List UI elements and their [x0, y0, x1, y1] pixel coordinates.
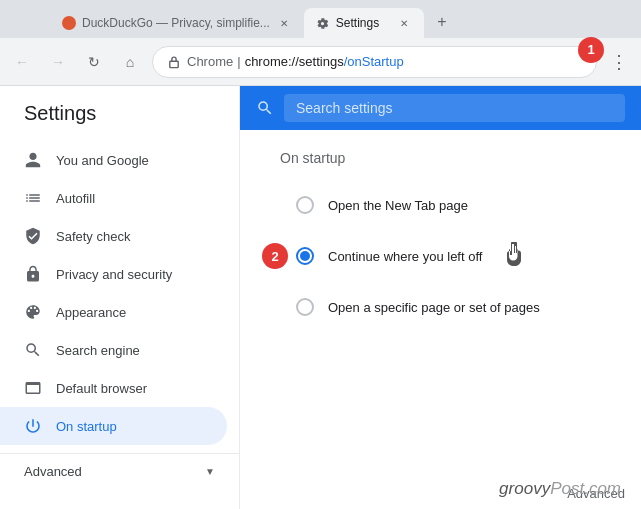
sidebar-item-safety-check[interactable]: Safety check	[0, 217, 227, 255]
url-path: /onStartup	[344, 54, 404, 69]
content-area: On startup Open the New Tab page 2 Conti…	[240, 86, 641, 509]
post-text: Post.com	[550, 479, 621, 498]
ddg-favicon-icon	[62, 16, 76, 30]
autofill-label: Autofill	[56, 191, 95, 206]
ddg-tab-close-icon[interactable]: ✕	[276, 15, 292, 31]
sidebar-item-privacy-security[interactable]: Privacy and security	[0, 255, 227, 293]
settings-tab-close-icon[interactable]: ✕	[396, 15, 412, 31]
search-icon	[256, 99, 274, 117]
menu-button[interactable]: ⋮	[605, 48, 633, 76]
option-specific-page[interactable]: Open a specific page or set of pages	[280, 284, 601, 330]
search-input[interactable]	[284, 94, 625, 122]
groovy-text: groovy	[499, 479, 550, 498]
url-text: Chrome | chrome://settings/onStartup	[187, 54, 404, 69]
url-bar[interactable]: Chrome | chrome://settings/onStartup 1	[152, 46, 597, 78]
sidebar-item-you-and-google[interactable]: You and Google	[0, 141, 227, 179]
radio-new-tab[interactable]	[296, 196, 314, 214]
shield-icon	[24, 227, 42, 245]
settings-gear-tab-icon	[316, 16, 330, 30]
reload-button[interactable]: ↻	[80, 48, 108, 76]
svg-point-0	[65, 19, 73, 27]
forward-button[interactable]: →	[44, 48, 72, 76]
you-and-google-label: You and Google	[56, 153, 149, 168]
search-engine-label: Search engine	[56, 343, 140, 358]
settings-tab-title: Settings	[336, 16, 390, 30]
tab-bar: DuckDuckGo — Privacy, simplifie... ✕ Set…	[0, 0, 641, 38]
sidebar: Settings You and Google Autofill Safety …	[0, 86, 240, 509]
lock-icon	[167, 55, 181, 69]
browser-icon	[24, 379, 42, 397]
sidebar-item-autofill[interactable]: Autofill	[0, 179, 227, 217]
palette-icon	[24, 303, 42, 321]
new-tab-button[interactable]: +	[428, 8, 456, 36]
appearance-label: Appearance	[56, 305, 126, 320]
main-content: Settings You and Google Autofill Safety …	[0, 86, 641, 509]
sidebar-item-on-startup[interactable]: On startup	[0, 407, 227, 445]
tab-ddg[interactable]: DuckDuckGo — Privacy, simplifie... ✕	[50, 8, 304, 38]
privacy-security-label: Privacy and security	[56, 267, 172, 282]
advanced-label: Advanced	[24, 464, 82, 479]
option-new-tab[interactable]: Open the New Tab page	[280, 182, 601, 228]
tab-settings[interactable]: Settings ✕	[304, 8, 424, 38]
options-list: Open the New Tab page 2 Continue where y…	[280, 182, 601, 330]
browser-frame: DuckDuckGo — Privacy, simplifie... ✕ Set…	[0, 0, 641, 509]
sidebar-item-appearance[interactable]: Appearance	[0, 293, 227, 331]
url-divider: |	[237, 54, 240, 69]
safety-check-label: Safety check	[56, 229, 130, 244]
settings-content: On startup Open the New Tab page 2 Conti…	[240, 130, 641, 478]
power-icon	[24, 417, 42, 435]
url-base: chrome://settings	[245, 54, 344, 69]
option-new-tab-label: Open the New Tab page	[328, 198, 468, 213]
option-continue[interactable]: 2 Continue where you left off	[280, 228, 601, 284]
on-startup-label: On startup	[56, 419, 117, 434]
radio-specific-page[interactable]	[296, 298, 314, 316]
sidebar-advanced-item[interactable]: Advanced ▼	[0, 453, 239, 489]
back-button[interactable]: ←	[8, 48, 36, 76]
url-badge-1: 1	[578, 37, 604, 63]
option-continue-label: Continue where you left off	[328, 249, 482, 264]
search-engine-icon	[24, 341, 42, 359]
url-chrome-label: Chrome	[187, 54, 233, 69]
radio-continue[interactable]	[296, 247, 314, 265]
privacy-lock-icon	[24, 265, 42, 283]
list-icon	[24, 189, 42, 207]
address-bar: ← → ↻ ⌂ Chrome | chrome://settings/onSta…	[0, 38, 641, 86]
sidebar-title: Settings	[0, 94, 239, 141]
section-title: On startup	[280, 150, 601, 166]
option-specific-page-label: Open a specific page or set of pages	[328, 300, 540, 315]
hand-cursor-icon	[504, 242, 524, 270]
ddg-tab-title: DuckDuckGo — Privacy, simplifie...	[82, 16, 270, 30]
groovy-post-watermark: groovyPost.com	[499, 479, 621, 499]
badge-2: 2	[262, 243, 288, 269]
default-browser-label: Default browser	[56, 381, 147, 396]
person-icon	[24, 151, 42, 169]
home-button[interactable]: ⌂	[116, 48, 144, 76]
advanced-arrow-icon: ▼	[205, 466, 215, 477]
search-bar	[240, 86, 641, 130]
sidebar-item-search-engine[interactable]: Search engine	[0, 331, 227, 369]
sidebar-item-default-browser[interactable]: Default browser	[0, 369, 227, 407]
